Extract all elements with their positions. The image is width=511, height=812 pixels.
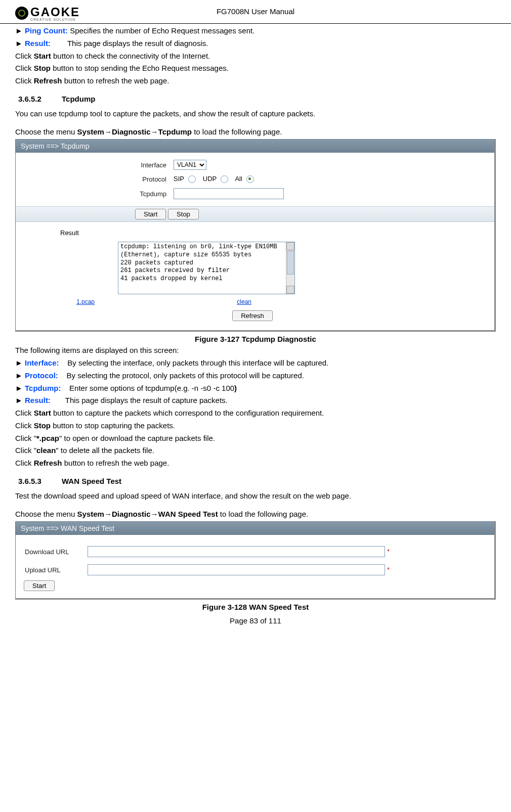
protocol-sip-label: SIP	[174, 175, 184, 183]
click-start-1: Click Start button to check the connecti…	[15, 51, 496, 62]
required-asterisk: *	[387, 548, 390, 555]
protocol-radios: SIP UDP All	[171, 173, 483, 185]
section-heading-tcpdump: 3.6.5.2Tcpdump	[18, 95, 496, 103]
def-result-1: ► Result: This page displays the result …	[15, 38, 496, 49]
figure-caption-2: Figure 3-128 WAN Speed Test	[15, 603, 496, 611]
wan-start-button[interactable]: Start	[24, 580, 55, 591]
click-start-2: Click Start button to capture the packet…	[15, 408, 496, 419]
download-url-label: Download URL	[22, 543, 83, 560]
figure-caption-1: Figure 3-127 Tcpdump Diagnostic	[15, 335, 496, 343]
tcpdump-intro-2: Choose the menu System→Diagnostic→Tcpdum…	[15, 126, 496, 138]
logo: GAOKE CREATIVE SOLUTION	[15, 5, 80, 21]
pcap-link[interactable]: 1.pcap	[76, 298, 95, 305]
protocol-udp-radio[interactable]	[221, 175, 228, 183]
wan-panel: System ==> WAN Speed Test Download URL *…	[15, 521, 496, 600]
logo-icon	[15, 7, 28, 20]
tcpdump-refresh-button[interactable]: Refresh	[232, 310, 273, 321]
click-clean: Click "clean" to delete all the packets …	[15, 445, 496, 456]
protocol-label: Protocol	[22, 173, 169, 185]
wan-intro-1: Test the download speed and upload speed…	[15, 490, 496, 502]
download-url-input[interactable]	[88, 546, 385, 557]
protocol-all-label: All	[235, 175, 242, 183]
section-heading-wan: 3.6.5.3WAN Speed Test	[18, 477, 496, 485]
def-ping-count: ► Ping Count: Specifies the number of Ec…	[15, 25, 496, 36]
result-text: tcpdump: listening on br0, link-type EN1…	[120, 243, 277, 282]
result-label: Result	[22, 227, 114, 239]
tcpdump-intro-1: You can use tcpdump tool to capture the …	[15, 108, 496, 119]
page-footer: Page 83 of 111	[15, 616, 496, 625]
click-stop-1: Click Stop button to stop sending the Ec…	[15, 63, 496, 74]
interface-label: Interface	[22, 158, 169, 172]
click-stop-2: Click Stop button to stop capturing the …	[15, 420, 496, 431]
upload-url-input[interactable]	[88, 564, 385, 575]
required-asterisk: *	[387, 566, 390, 573]
upload-url-label: Upload URL	[22, 561, 83, 578]
def-protocol: ► Protocol: By selecting the protocol, o…	[15, 370, 496, 381]
tcpdump-panel-title: System ==> Tcpdump	[16, 140, 494, 153]
logo-subtitle: CREATIVE SOLUTION	[30, 18, 80, 21]
def-tcpdump: ► Tcpdump: Enter some options of tcpdump…	[15, 383, 496, 394]
tcpdump-start-button[interactable]: Start	[135, 209, 166, 219]
clean-link[interactable]: clean	[237, 298, 251, 305]
tcpdump-label: Tcpdump	[22, 186, 169, 201]
items-displayed: The following items are displayed on thi…	[15, 345, 496, 356]
wan-panel-title: System ==> WAN Speed Test	[16, 522, 494, 535]
click-refresh-1: Click Refresh button to refresh the web …	[15, 75, 496, 86]
protocol-sip-radio[interactable]	[188, 175, 196, 183]
wan-intro-2: Choose the menu System→Diagnostic→WAN Sp…	[15, 509, 496, 520]
def-interface: ► Interface: By selecting the interface,…	[15, 357, 496, 369]
result-scrollbar[interactable]	[286, 242, 294, 294]
result-textarea[interactable]: tcpdump: listening on br0, link-type EN1…	[118, 242, 295, 294]
logo-text: GAOKE	[30, 5, 80, 19]
tcpdump-input[interactable]	[174, 188, 284, 199]
interface-select[interactable]: VLAN1	[174, 160, 206, 170]
tcpdump-panel: System ==> Tcpdump Interface VLAN1 Proto…	[15, 139, 496, 332]
protocol-udp-label: UDP	[203, 175, 217, 183]
click-pcap: Click "*.pcap" to open or download the c…	[15, 433, 496, 444]
protocol-all-radio[interactable]	[246, 175, 254, 183]
def-result-2: ► Result: This page displays the result …	[15, 395, 496, 406]
tcpdump-stop-button[interactable]: Stop	[168, 209, 199, 219]
click-refresh-2: Click Refresh button to refresh the web …	[15, 458, 496, 469]
